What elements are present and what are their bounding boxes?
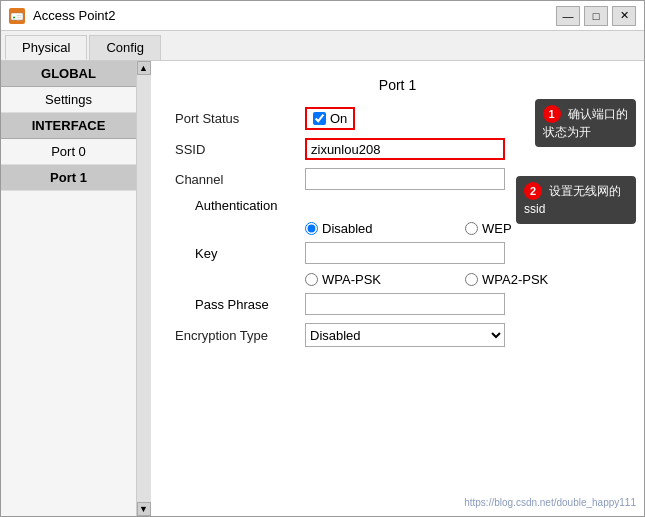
scroll-up-button[interactable]: ▲ [137,61,151,75]
encryption-type-row: Encryption Type Disabled WEP TKIP AES [175,323,620,347]
pass-phrase-label: Pass Phrase [175,297,305,312]
auth-wpa2-psk-radio[interactable] [465,273,478,286]
key-label: Key [175,246,305,261]
port-status-on-label: On [330,111,347,126]
channel-input[interactable] [305,168,505,190]
minimize-button[interactable]: — [556,6,580,26]
tab-bar: Physical Config [1,31,644,61]
port-status-checkbox[interactable] [313,112,326,125]
auth-wep-radio[interactable] [465,222,478,235]
sidebar-item-port0[interactable]: Port 0 [1,139,136,165]
interface-header: INTERFACE [1,113,136,139]
sidebar-item-settings[interactable]: Settings [1,87,136,113]
auth-wpa-psk-radio[interactable] [305,273,318,286]
annotation-2: 2 设置无线网的ssid [516,176,636,224]
svg-rect-1 [14,10,20,13]
encryption-type-label: Encryption Type [175,328,305,343]
auth-disabled-label[interactable]: Disabled [305,221,425,236]
annotation-2-number: 2 [524,182,542,200]
title-bar-left: Access Point2 [9,8,115,24]
svg-rect-4 [17,17,22,18]
sidebar-inner: GLOBAL Settings INTERFACE Port 0 Port 1 [1,61,150,516]
main-window: Access Point2 — □ ✕ Physical Config GLOB… [0,0,645,517]
sidebar: GLOBAL Settings INTERFACE Port 0 Port 1 … [1,61,151,516]
pass-phrase-row: Pass Phrase [175,293,620,315]
window-title: Access Point2 [33,8,115,23]
channel-label: Channel [175,172,305,187]
port-status-checkbox-area[interactable]: On [305,107,355,130]
key-input[interactable] [305,242,505,264]
annotation-1: 1 确认端口的状态为开 [535,99,636,147]
svg-rect-5 [17,19,20,20]
scroll-track [137,75,151,502]
sidebar-scrollbar: ▲ ▼ [136,61,150,516]
key-row: Key [175,242,620,264]
scroll-down-button[interactable]: ▼ [137,502,151,516]
ssid-input[interactable] [305,138,505,160]
auth-disabled-radio[interactable] [305,222,318,235]
sidebar-item-port1[interactable]: Port 1 [1,165,136,191]
title-controls: — □ ✕ [556,6,636,26]
close-button[interactable]: ✕ [612,6,636,26]
encryption-type-select[interactable]: Disabled WEP TKIP AES [305,323,505,347]
app-icon [9,8,25,24]
tab-config[interactable]: Config [89,35,161,60]
auth-wpa-psk-label[interactable]: WPA-PSK [305,272,425,287]
authentication-label: Authentication [175,198,305,213]
main-content: GLOBAL Settings INTERFACE Port 0 Port 1 … [1,61,644,516]
auth-row-2: WPA-PSK WPA2-PSK [305,272,620,287]
svg-rect-3 [17,15,22,16]
maximize-button[interactable]: □ [584,6,608,26]
global-header: GLOBAL [1,61,136,87]
annotation-1-number: 1 [543,105,561,123]
port-title: Port 1 [175,77,620,93]
watermark: https://blog.csdn.net/double_happy111 [464,497,636,508]
tab-physical[interactable]: Physical [5,35,87,60]
pass-phrase-input[interactable] [305,293,505,315]
port-status-label: Port Status [175,111,305,126]
auth-wpa2-psk-label[interactable]: WPA2-PSK [465,272,585,287]
svg-rect-0 [11,13,23,20]
svg-point-2 [13,16,15,18]
ssid-label: SSID [175,142,305,157]
content-area: Port 1 Port Status On SSID Channel [151,61,644,516]
title-bar: Access Point2 — □ ✕ [1,1,644,31]
